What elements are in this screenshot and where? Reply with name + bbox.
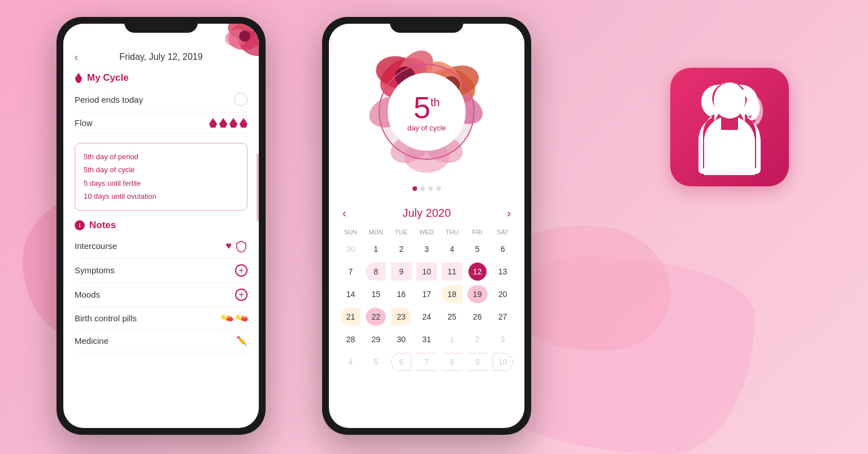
heart-icon[interactable]: ♥ bbox=[225, 240, 232, 252]
cal-day-2[interactable]: 2 bbox=[389, 238, 414, 260]
cal-day-10[interactable]: 10 bbox=[414, 260, 440, 283]
cycle-info-2: 5th day of cycle bbox=[84, 163, 238, 176]
side-indicator bbox=[257, 154, 259, 221]
cal-day-3[interactable]: 3 bbox=[414, 238, 440, 260]
cal-day-30-prev[interactable]: 30 bbox=[338, 238, 363, 260]
cal-day-7-next[interactable]: 7 bbox=[414, 351, 440, 373]
floral-section: 5 th day of cycle bbox=[329, 24, 524, 200]
dot-1[interactable] bbox=[413, 186, 417, 191]
cycle-day-label: day of cycle bbox=[407, 124, 446, 132]
phone-notch-2 bbox=[390, 17, 463, 33]
cal-day-5-next[interactable]: 5 bbox=[363, 351, 389, 373]
cal-day-11[interactable]: 11 bbox=[439, 260, 465, 283]
flow-drop-4 bbox=[240, 118, 248, 128]
calendar-section: ‹ July 2020 › SUN MON TUE WED THU FRI SA… bbox=[329, 200, 524, 382]
current-date: Friday, July 12, 2019 bbox=[119, 52, 202, 62]
cal-day-3-next[interactable]: 3 bbox=[490, 328, 515, 351]
cal-day-1[interactable]: 1 bbox=[363, 238, 389, 260]
cal-day-15[interactable]: 15 bbox=[363, 283, 389, 305]
cal-day-29[interactable]: 29 bbox=[363, 328, 389, 351]
cal-day-10-next[interactable]: 10 bbox=[490, 351, 515, 373]
intercourse-icons[interactable]: ♥ bbox=[225, 240, 248, 252]
cal-day-16[interactable]: 16 bbox=[389, 283, 414, 305]
moods-add-icon[interactable]: + bbox=[235, 289, 248, 301]
cal-day-7[interactable]: 7 bbox=[338, 260, 363, 283]
cal-day-4-next[interactable]: 4 bbox=[338, 351, 363, 373]
cal-day-21[interactable]: 21 bbox=[338, 305, 363, 328]
moods-row[interactable]: Moods + bbox=[75, 283, 248, 307]
medicine-row[interactable]: Medicine ✏️ bbox=[75, 330, 248, 352]
cal-day-5[interactable]: 5 bbox=[465, 238, 490, 260]
cal-day-27[interactable]: 27 bbox=[490, 305, 515, 328]
calendar-month-title: July 2020 bbox=[402, 207, 451, 220]
day-number-group: 5 th bbox=[414, 92, 440, 123]
cal-day-8-next[interactable]: 8 bbox=[439, 351, 465, 373]
cal-day-8[interactable]: 8 bbox=[363, 260, 389, 283]
flow-drop-1 bbox=[209, 118, 217, 128]
next-month-button[interactable]: › bbox=[507, 207, 511, 220]
cal-day-25[interactable]: 25 bbox=[439, 305, 465, 328]
period-ends-toggle[interactable] bbox=[234, 93, 248, 106]
symptoms-row[interactable]: Symptoms + bbox=[75, 259, 248, 283]
intercourse-label: Intercourse bbox=[75, 241, 225, 251]
cycle-day-suffix: th bbox=[431, 97, 440, 108]
cal-day-28[interactable]: 28 bbox=[338, 328, 363, 351]
my-cycle-section: My Cycle Period ends today Flow bbox=[63, 68, 259, 138]
cal-day-14[interactable]: 14 bbox=[338, 283, 363, 305]
intercourse-row[interactable]: Intercourse ♥ bbox=[75, 234, 248, 259]
cal-day-6[interactable]: 6 bbox=[490, 238, 515, 260]
cal-day-31[interactable]: 31 bbox=[414, 328, 440, 351]
cal-day-12[interactable]: 12 bbox=[465, 260, 490, 283]
flow-drop-2 bbox=[219, 118, 227, 128]
page-dots bbox=[329, 186, 524, 191]
cal-day-24[interactable]: 24 bbox=[414, 305, 440, 328]
info-icon: i bbox=[75, 220, 85, 230]
my-cycle-title: My Cycle bbox=[75, 72, 248, 84]
svg-point-18 bbox=[714, 82, 745, 119]
dot-3[interactable] bbox=[428, 186, 433, 191]
cal-day-2-next[interactable]: 2 bbox=[465, 328, 490, 351]
birth-control-row[interactable]: Birth control pills 💊 💊 bbox=[75, 307, 248, 330]
cal-day-26[interactable]: 26 bbox=[465, 305, 490, 328]
birth-control-icons[interactable]: 💊 💊 bbox=[222, 313, 248, 324]
cal-day-30[interactable]: 30 bbox=[389, 328, 414, 351]
weekday-fri: FRI bbox=[465, 226, 490, 238]
cycle-day-display: 5 th day of cycle bbox=[388, 73, 466, 151]
cal-day-17[interactable]: 17 bbox=[414, 283, 440, 305]
cal-day-20[interactable]: 20 bbox=[490, 283, 515, 305]
symptoms-add-icon[interactable]: + bbox=[235, 264, 248, 277]
medicine-label: Medicine bbox=[75, 336, 236, 346]
back-button[interactable]: ‹ bbox=[75, 51, 78, 63]
cycle-info-1: 5th day of period bbox=[84, 150, 238, 163]
cal-day-9[interactable]: 9 bbox=[389, 260, 414, 283]
calendar-week-6: 4 5 6 7 8 9 10 bbox=[338, 351, 515, 373]
calendar-header: ‹ July 2020 › bbox=[338, 200, 515, 226]
cal-day-1-next[interactable]: 1 bbox=[439, 328, 465, 351]
period-ends-row[interactable]: Period ends today bbox=[75, 87, 248, 112]
dot-4[interactable] bbox=[436, 186, 441, 191]
flow-drops[interactable] bbox=[209, 118, 248, 128]
dot-2[interactable] bbox=[420, 186, 425, 191]
pill-icon-2: 💊 bbox=[235, 311, 250, 325]
calendar-week-5: 28 29 30 31 1 2 3 bbox=[338, 328, 515, 351]
cal-day-13[interactable]: 13 bbox=[490, 260, 515, 283]
cal-day-4[interactable]: 4 bbox=[439, 238, 465, 260]
cal-day-18[interactable]: 18 bbox=[439, 283, 465, 305]
flow-row[interactable]: Flow bbox=[75, 112, 248, 134]
woman-silhouette-icon bbox=[693, 79, 766, 175]
prev-month-button[interactable]: ‹ bbox=[342, 207, 346, 220]
weekday-wed: WED bbox=[414, 226, 440, 238]
calendar-grid: SUN MON TUE WED THU FRI SAT 30 1 2 bbox=[338, 226, 515, 373]
phone-1: ‹ Friday, July 12, 2019 My Cycle Period … bbox=[57, 17, 266, 435]
weekday-sat: SAT bbox=[490, 226, 515, 238]
phone-1-screen: ‹ Friday, July 12, 2019 My Cycle Period … bbox=[63, 24, 259, 428]
shield-icon[interactable] bbox=[235, 240, 248, 252]
drop-icon bbox=[75, 73, 83, 83]
cal-day-23[interactable]: 23 bbox=[389, 305, 414, 328]
pencil-icon[interactable]: ✏️ bbox=[236, 335, 248, 346]
cal-day-6-next[interactable]: 6 bbox=[389, 351, 414, 373]
symptoms-label: Symptoms bbox=[75, 265, 235, 275]
cal-day-19[interactable]: 19 bbox=[465, 283, 490, 305]
cal-day-9-next[interactable]: 9 bbox=[465, 351, 490, 373]
cal-day-22[interactable]: 22 bbox=[363, 305, 389, 328]
